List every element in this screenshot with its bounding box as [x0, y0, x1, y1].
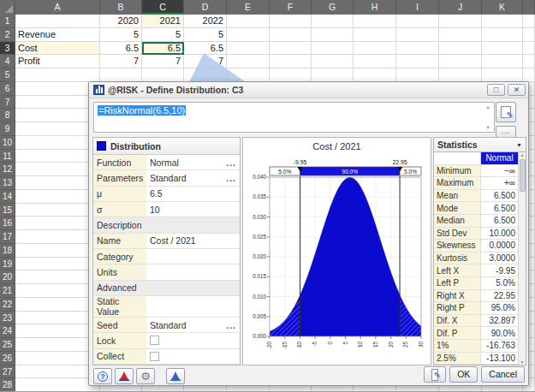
row-header-21[interactable]: 21	[0, 284, 15, 298]
cell-F4[interactable]	[270, 55, 312, 68]
cell-B2[interactable]: 5	[100, 28, 142, 42]
property-value[interactable]: Standard	[146, 320, 226, 330]
row-header-11[interactable]: 11	[0, 150, 15, 163]
more-options-icon[interactable]: ...	[226, 320, 240, 330]
row-header-1[interactable]: 1	[0, 15, 15, 28]
cell-F3[interactable]	[270, 42, 312, 56]
cell-K4[interactable]	[482, 55, 523, 68]
property-value[interactable]: Cost / 2021	[146, 235, 240, 246]
row-header-18[interactable]: 18	[0, 244, 15, 258]
column-header-E[interactable]: E	[227, 0, 270, 15]
property-value[interactable]	[146, 352, 240, 361]
cell-I4[interactable]	[396, 55, 439, 68]
cell-H2[interactable]	[354, 28, 396, 42]
row-header-13[interactable]: 13	[0, 176, 15, 190]
cell-I3[interactable]	[396, 42, 439, 56]
cell-D3[interactable]: 6.5	[184, 42, 227, 56]
cell-I1[interactable]	[396, 15, 439, 28]
cell-A4[interactable]: Profit	[15, 55, 100, 68]
formula-input[interactable]: =RiskNormal(6.5,10) ▲▼	[93, 102, 495, 133]
more-options-icon[interactable]: ...	[226, 173, 240, 183]
property-value[interactable]: 10	[146, 205, 240, 215]
cell-C5[interactable]	[142, 68, 184, 82]
cell-B1[interactable]: 2020	[100, 15, 142, 28]
row-header-15[interactable]: 15	[0, 204, 15, 217]
row-header-5[interactable]: 5	[0, 68, 15, 82]
maximize-icon[interactable]: □	[487, 84, 505, 96]
cell-H1[interactable]	[354, 15, 396, 28]
scroll-down-icon[interactable]: ▼	[485, 125, 490, 130]
more-options-icon[interactable]: ...	[226, 157, 240, 168]
cell-H3[interactable]	[354, 42, 396, 56]
cell-A1[interactable]	[15, 15, 100, 28]
column-header-G[interactable]: G	[312, 0, 354, 15]
row-header-9[interactable]: 9	[0, 122, 15, 136]
cell-B4[interactable]: 7	[100, 55, 142, 68]
cell-partial[interactable]	[523, 68, 535, 82]
cell-J5[interactable]	[439, 68, 482, 82]
close-icon[interactable]: ✕	[508, 84, 526, 96]
cell-I2[interactable]	[396, 28, 439, 42]
cell-H5[interactable]	[354, 68, 396, 82]
column-header-partial[interactable]	[523, 0, 535, 15]
row-header-14[interactable]: 14	[0, 190, 15, 204]
cell-J4[interactable]	[439, 55, 482, 68]
column-header-C[interactable]: C	[142, 0, 184, 15]
cell-G5[interactable]	[312, 68, 354, 82]
column-header-H[interactable]: H	[354, 0, 396, 15]
dialog-titlebar[interactable]: @RISK - Define Distribution: C3 □ ✕	[89, 82, 528, 98]
more-options-button[interactable]: ...	[496, 126, 516, 138]
cancel-button[interactable]: Cancel	[481, 366, 525, 383]
lock-checkbox[interactable]	[150, 336, 159, 345]
row-header-3[interactable]: 3	[0, 42, 15, 56]
property-value[interactable]: Normal	[146, 157, 226, 168]
help-button[interactable]: ?	[93, 368, 112, 384]
property-value[interactable]: 6.5	[146, 188, 240, 199]
row-header-19[interactable]: 19	[0, 258, 15, 271]
cell-C1[interactable]: 2021	[142, 15, 184, 28]
formula-scrollbar[interactable]: ▲▼	[484, 104, 492, 130]
cell-partial[interactable]	[523, 15, 535, 28]
cell-F2[interactable]	[270, 28, 312, 42]
cell-G4[interactable]	[312, 55, 354, 68]
cell-F1[interactable]	[270, 15, 312, 28]
cell-E2[interactable]	[227, 28, 270, 42]
statistics-header[interactable]: Statistics ▼	[434, 138, 526, 152]
cell-A5[interactable]	[15, 68, 100, 82]
cell-partial[interactable]	[523, 28, 535, 42]
cell-E3[interactable]	[227, 42, 270, 56]
formula-edit-button[interactable]	[496, 102, 516, 122]
row-header-2[interactable]: 2	[0, 28, 15, 42]
row-header-26[interactable]: 26	[0, 352, 15, 365]
cell-G3[interactable]	[312, 42, 354, 56]
column-header-A[interactable]: A	[15, 0, 100, 15]
settings-button[interactable]: ⚙	[136, 368, 155, 384]
row-header-16[interactable]: 16	[0, 217, 15, 230]
cell-partial[interactable]	[523, 42, 535, 56]
cell-J3[interactable]	[439, 42, 482, 56]
cell-C4[interactable]: 7	[142, 55, 184, 68]
statistics-scrollbar[interactable]: ▲ ▼	[518, 152, 526, 365]
ok-button[interactable]: OK	[449, 366, 478, 383]
column-header-D[interactable]: D	[184, 0, 227, 15]
cell-B5[interactable]	[100, 68, 142, 82]
cell-H4[interactable]	[354, 55, 396, 68]
cell-E4[interactable]	[227, 55, 270, 68]
row-header-4[interactable]: 4	[0, 55, 15, 68]
report-edit-button[interactable]	[424, 366, 446, 383]
row-header-8[interactable]: 8	[0, 109, 15, 122]
row-header-23[interactable]: 23	[0, 312, 15, 325]
distribution-chart[interactable]: 0.0000.0050.0100.0150.0200.0250.0300.035…	[246, 151, 428, 359]
row-header-12[interactable]: 12	[0, 163, 15, 176]
cell-K5[interactable]	[482, 68, 523, 82]
row-header-7[interactable]: 7	[0, 96, 15, 110]
column-header-I[interactable]: I	[396, 0, 439, 15]
scrollbar-thumb[interactable]	[520, 159, 526, 192]
cell-F5[interactable]	[270, 68, 312, 82]
column-header-J[interactable]: J	[439, 0, 482, 15]
cell-J2[interactable]	[439, 28, 482, 42]
cell-G2[interactable]	[312, 28, 354, 42]
column-header-K[interactable]: K	[482, 0, 523, 15]
row-header-10[interactable]: 10	[0, 136, 15, 150]
row-header-28[interactable]: 28	[0, 378, 15, 392]
